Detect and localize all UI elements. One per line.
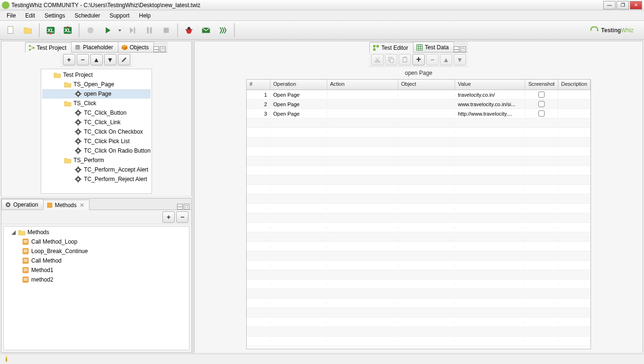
- close-button[interactable]: ✕: [630, 1, 642, 9]
- methods-add-button[interactable]: +: [162, 211, 175, 223]
- tab-test-project[interactable]: Test Project: [25, 42, 72, 53]
- table-row[interactable]: 1Open Pagetravelocity.co.in/: [247, 90, 590, 100]
- open-file-button[interactable]: [20, 23, 36, 38]
- table-row-empty[interactable]: [247, 128, 590, 137]
- maximize-button[interactable]: ❐: [617, 1, 629, 9]
- editor-copy-button[interactable]: [385, 54, 397, 65]
- validate-button[interactable]: [215, 23, 231, 38]
- tree-row[interactable]: TS_Click: [42, 99, 151, 108]
- table-row-empty[interactable]: [247, 251, 590, 261]
- cell-value[interactable]: http://www.travelocity....: [455, 110, 525, 118]
- project-tree[interactable]: Test ProjectTS_Open_Pageopen PageTS_Clic…: [41, 69, 152, 194]
- panel-maximize-icon[interactable]: □: [160, 46, 166, 52]
- tree-row[interactable]: method2: [5, 275, 188, 284]
- panel-maximize-icon[interactable]: □: [184, 204, 189, 209]
- tree-row[interactable]: TC_Click_Link: [42, 118, 151, 127]
- tree-remove-button[interactable]: −: [77, 54, 89, 65]
- table-row-empty[interactable]: [247, 232, 590, 242]
- cell-operation[interactable]: Open Page: [270, 100, 327, 108]
- table-row[interactable]: 2Open Pagewww.travelocity.co.in/si...: [247, 100, 590, 109]
- table-row-empty[interactable]: [247, 194, 590, 204]
- tree-row[interactable]: ◢Methods: [5, 228, 188, 237]
- tab-close-icon[interactable]: ✕: [80, 202, 84, 209]
- table-row-empty[interactable]: [247, 185, 590, 194]
- tab-methods[interactable]: Methods ✕: [43, 200, 89, 210]
- methods-tree[interactable]: ◢MethodsCall Method_LoopLoop_Break_Conti…: [3, 226, 189, 350]
- col-header-screenshot[interactable]: Screenshot: [525, 80, 558, 90]
- table-row-empty[interactable]: [247, 147, 590, 156]
- export-excel-button[interactable]: XL: [43, 23, 59, 38]
- tree-row[interactable]: TC_Perform_Reject Alert: [42, 174, 151, 184]
- panel-minimize-icon[interactable]: —: [153, 46, 159, 52]
- step-button[interactable]: [124, 23, 140, 38]
- panel-minimize-icon[interactable]: —: [454, 46, 459, 52]
- debug-button[interactable]: [181, 23, 197, 38]
- table-row-empty[interactable]: [247, 166, 590, 175]
- table-row-empty[interactable]: [247, 289, 590, 299]
- table-row-empty[interactable]: [247, 118, 590, 128]
- editor-remove-button[interactable]: −: [426, 54, 438, 65]
- cell-object[interactable]: [398, 113, 455, 115]
- tree-row[interactable]: open Page: [42, 89, 151, 99]
- tab-placeholder[interactable]: Placeholder: [71, 42, 118, 52]
- menu-settings[interactable]: Settings: [40, 11, 70, 20]
- new-file-button[interactable]: [3, 23, 19, 38]
- cell-value[interactable]: www.travelocity.co.in/si...: [455, 100, 525, 108]
- tree-row[interactable]: Loop_Break_Continue: [5, 246, 188, 256]
- cell-description[interactable]: [558, 94, 590, 96]
- editor-cut-button[interactable]: [371, 54, 384, 65]
- menu-help[interactable]: Help: [134, 11, 155, 20]
- cell-object[interactable]: [398, 103, 455, 105]
- tree-row[interactable]: TC_Click On Checkbox: [42, 127, 151, 136]
- col-header-number[interactable]: #: [247, 80, 270, 90]
- tree-row[interactable]: Call Method_Loop: [5, 237, 188, 246]
- tree-edit-button[interactable]: [118, 54, 130, 65]
- table-row-empty[interactable]: [247, 175, 590, 185]
- mail-button[interactable]: [198, 23, 214, 38]
- table-row-empty[interactable]: [247, 156, 590, 166]
- cell-screenshot[interactable]: [525, 100, 558, 108]
- editor-add-button[interactable]: +: [412, 54, 425, 65]
- record-button[interactable]: [82, 23, 98, 38]
- col-header-action[interactable]: Action: [327, 80, 398, 90]
- col-header-description[interactable]: Description: [558, 80, 590, 90]
- menu-scheduler[interactable]: Scheduler: [70, 11, 105, 20]
- tree-row[interactable]: TS_Open_Page: [42, 80, 151, 89]
- methods-remove-button[interactable]: −: [176, 211, 188, 223]
- tree-row[interactable]: TC_Click_Button: [42, 108, 151, 118]
- cell-operation[interactable]: Open Page: [270, 110, 327, 118]
- tab-test-data[interactable]: Test Data: [413, 42, 454, 52]
- cell-object[interactable]: [398, 94, 455, 96]
- table-row-empty[interactable]: [247, 204, 590, 213]
- cell-description[interactable]: [558, 113, 590, 115]
- play-dropdown-button[interactable]: [116, 23, 123, 38]
- cell-value[interactable]: travelocity.co.in/: [455, 91, 525, 99]
- stop-button[interactable]: [158, 23, 174, 38]
- col-header-operation[interactable]: Operation: [270, 80, 327, 90]
- table-row-empty[interactable]: [247, 308, 590, 318]
- tree-down-button[interactable]: ▼: [104, 54, 116, 65]
- tab-operation[interactable]: Operation: [1, 199, 44, 209]
- cell-action[interactable]: [327, 103, 398, 105]
- table-row-empty[interactable]: [247, 261, 590, 270]
- table-row-empty[interactable]: [247, 270, 590, 280]
- editor-up-button[interactable]: ▲: [440, 54, 452, 65]
- minimize-button[interactable]: —: [603, 1, 616, 9]
- table-row-empty[interactable]: [247, 223, 590, 232]
- cell-description[interactable]: [558, 103, 590, 105]
- tree-row[interactable]: TC_Perform_Accept Alert: [42, 165, 151, 174]
- test-editor-grid[interactable]: # Operation Action Object Value Screensh…: [246, 79, 591, 349]
- tree-up-button[interactable]: ▲: [90, 54, 103, 65]
- tree-row[interactable]: Call Method: [5, 256, 188, 265]
- tree-row[interactable]: TS_Perform: [42, 155, 151, 165]
- import-excel-button[interactable]: XL: [60, 23, 76, 38]
- table-row-empty[interactable]: [247, 280, 590, 289]
- tab-objects[interactable]: Objects: [118, 42, 154, 52]
- table-row-empty[interactable]: [247, 137, 590, 147]
- menu-file[interactable]: File: [2, 11, 20, 20]
- editor-down-button[interactable]: ▼: [454, 54, 466, 65]
- table-row[interactable]: 3Open Pagehttp://www.travelocity....: [247, 109, 590, 118]
- table-row-empty[interactable]: [247, 213, 590, 223]
- table-row-empty[interactable]: [247, 318, 590, 327]
- col-header-value[interactable]: Value: [455, 80, 525, 90]
